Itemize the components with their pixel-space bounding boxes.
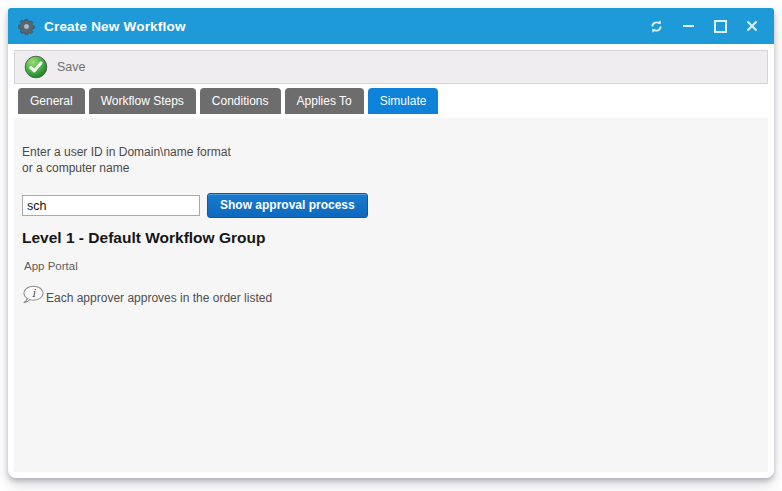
save-label: Save bbox=[57, 60, 86, 74]
close-button[interactable] bbox=[736, 10, 768, 42]
refresh-icon bbox=[649, 19, 664, 34]
instruction-line-2: or a computer name bbox=[22, 161, 129, 175]
save-check-icon bbox=[24, 55, 48, 79]
tab-workflow-steps[interactable]: Workflow Steps bbox=[89, 88, 196, 114]
user-id-input[interactable] bbox=[22, 195, 200, 216]
maximize-icon bbox=[714, 20, 727, 33]
toolbar: Save bbox=[14, 50, 768, 84]
title-bar: Create New Workflow bbox=[8, 8, 774, 44]
tab-applies-to[interactable]: Applies To bbox=[285, 88, 364, 114]
minimize-button[interactable] bbox=[672, 10, 704, 42]
gear-icon bbox=[18, 18, 35, 35]
tab-simulate[interactable]: Simulate bbox=[368, 88, 439, 114]
info-note: Each approver approves in the order list… bbox=[46, 291, 272, 305]
maximize-button[interactable] bbox=[704, 10, 736, 42]
tab-general[interactable]: General bbox=[18, 88, 85, 114]
save-button[interactable]: Save bbox=[24, 55, 86, 79]
tab-conditions[interactable]: Conditions bbox=[200, 88, 281, 114]
show-approval-process-button[interactable]: Show approval process bbox=[207, 193, 368, 218]
approver-name: App Portal bbox=[24, 260, 768, 272]
close-icon bbox=[746, 20, 758, 32]
instruction-text: Enter a user ID in Domain\name format or… bbox=[22, 144, 768, 176]
refresh-button[interactable] bbox=[640, 10, 672, 42]
window-controls bbox=[640, 10, 768, 42]
simulate-panel: Enter a user ID in Domain\name format or… bbox=[14, 118, 768, 472]
info-row: i Each approver approves in the order li… bbox=[22, 285, 768, 306]
minimize-icon bbox=[683, 25, 694, 27]
instruction-line-1: Enter a user ID in Domain\name format bbox=[22, 145, 231, 159]
window-title: Create New Workflow bbox=[44, 19, 186, 34]
info-bubble-icon: i bbox=[22, 285, 45, 306]
level-heading: Level 1 - Default Workflow Group bbox=[22, 229, 768, 247]
tab-bar: General Workflow Steps Conditions Applie… bbox=[18, 88, 774, 114]
create-new-workflow-window: Create New Workflow bbox=[8, 8, 774, 478]
simulate-input-row: Show approval process bbox=[22, 193, 768, 218]
